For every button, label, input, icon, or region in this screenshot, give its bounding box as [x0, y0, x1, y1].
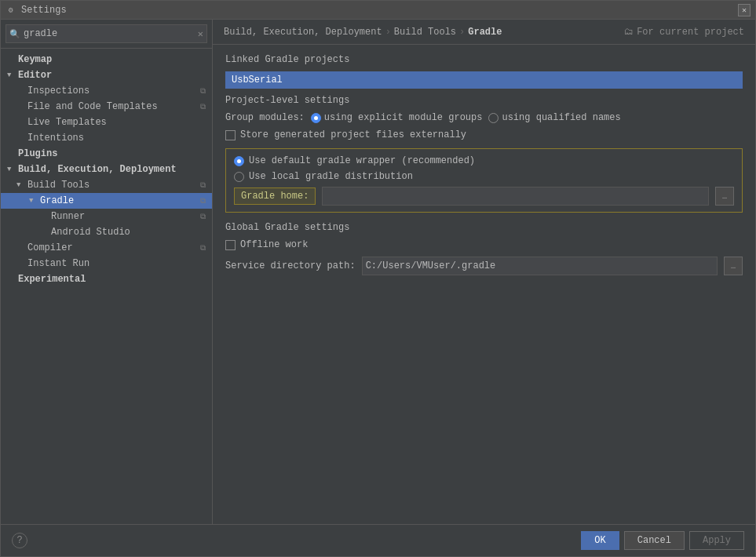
bottom-buttons: OK Cancel Apply — [581, 531, 744, 550]
sidebar-item-file-code-templates[interactable]: File and Code Templates⧉ — [1, 99, 212, 115]
app-icon: ⚙ — [5, 5, 16, 16]
copy-icon: ⧉ — [200, 213, 206, 221]
copy-icon: ⧉ — [200, 87, 206, 96]
content-area: Build, Execution, Deployment › Build Too… — [213, 20, 755, 524]
sidebar-item-intentions[interactable]: Intentions — [1, 130, 212, 146]
sidebar-item-label: Runner — [51, 211, 85, 222]
radio-qualified-label: using qualified names — [502, 112, 620, 123]
sidebar-item-live-templates[interactable]: Live Templates — [1, 115, 212, 130]
window-title: Settings — [21, 5, 738, 16]
search-input[interactable] — [24, 28, 198, 39]
sidebar-item-label: Build, Execution, Deployment — [18, 164, 177, 175]
breadcrumb-part-0: Build, Execution, Deployment — [224, 27, 382, 38]
sidebar-item-build-execution-deployment[interactable]: ▼Build, Execution, Deployment — [1, 162, 212, 177]
sidebar-item-label: Compiler — [27, 242, 73, 253]
gradle-home-row: Gradle home: … — [234, 187, 734, 206]
triangle-icon: ▼ — [7, 71, 15, 79]
sidebar-item-plugins[interactable]: Plugins — [1, 146, 212, 162]
search-bar: 🔍 ✕ — [1, 20, 212, 49]
breadcrumb-part-1: Build Tools — [394, 27, 456, 38]
service-dir-input[interactable] — [362, 257, 718, 275]
project-level-title: Project-level settings — [225, 95, 743, 106]
gradle-home-browse-btn[interactable]: … — [715, 187, 734, 206]
search-icon: 🔍 — [9, 29, 20, 39]
sidebar-item-inspections[interactable]: Inspections⧉ — [1, 83, 212, 99]
global-gradle-title: Global Gradle settings — [225, 222, 743, 233]
copy-icon: ⧉ — [200, 181, 206, 190]
service-directory-row: Service directory path: … — [225, 257, 743, 275]
sidebar-item-compiler[interactable]: Compiler⧉ — [1, 240, 212, 256]
apply-button[interactable]: Apply — [689, 531, 744, 550]
sidebar-item-label: Experimental — [18, 274, 86, 285]
close-button[interactable]: ✕ — [738, 4, 751, 16]
sidebar-item-runner[interactable]: Runner⧉ — [1, 209, 212, 224]
use-default-wrapper-label: Use default gradle wrapper (recommended) — [249, 155, 475, 166]
service-dir-label: Service directory path: — [225, 260, 356, 271]
project-level-settings: Project-level settings Group modules: us… — [225, 95, 743, 140]
use-local-gradle-label: Use local gradle distribution — [249, 171, 413, 182]
use-local-gradle-row: Use local gradle distribution — [234, 171, 734, 182]
radio-qualified-option[interactable]: using qualified names — [488, 112, 620, 123]
sidebar-item-label: Android Studio — [51, 227, 130, 238]
triangle-icon: ▼ — [29, 197, 37, 205]
sidebar-item-android-studio[interactable]: Android Studio — [1, 224, 212, 240]
search-clear-icon[interactable]: ✕ — [198, 28, 203, 40]
main-area: 🔍 ✕ Keymap▼EditorInspections⧉File and Co… — [1, 20, 755, 524]
sidebar-item-label: Live Templates — [27, 117, 107, 128]
copy-icon: ⧉ — [200, 244, 206, 253]
sidebar-item-label: Build Tools — [27, 180, 89, 191]
title-bar: ⚙ Settings ✕ — [1, 1, 755, 20]
sidebar-item-label: Intentions — [27, 133, 84, 144]
radio-explicit-option[interactable]: using explicit module groups — [311, 112, 483, 123]
sidebar-item-label: Editor — [18, 70, 52, 81]
radio-explicit-circle[interactable] — [311, 113, 321, 123]
group-modules-label: Group modules: — [225, 112, 305, 123]
linked-project-item[interactable]: UsbSerial — [225, 71, 743, 89]
gradle-home-label: Gradle home: — [234, 187, 316, 205]
sidebar-item-build-tools[interactable]: ▼Build Tools⧉ — [1, 177, 212, 193]
nav-tree: Keymap▼EditorInspections⧉File and Code T… — [1, 49, 212, 524]
sidebar-item-label: Instant Run — [27, 258, 89, 269]
copy-icon: ⧉ — [200, 197, 206, 206]
radio-local-gradle-circle[interactable] — [234, 172, 244, 182]
settings-window: ⚙ Settings ✕ 🔍 ✕ Keymap▼EditorInspection… — [0, 0, 756, 557]
sidebar-item-label: Plugins — [18, 148, 57, 159]
gradle-home-input[interactable] — [322, 187, 709, 206]
triangle-icon: ▼ — [16, 181, 24, 189]
service-dir-browse-btn[interactable]: … — [724, 257, 743, 275]
sidebar-item-instant-run[interactable]: Instant Run — [1, 256, 212, 271]
group-modules-row: Group modules: using explicit module gro… — [225, 112, 743, 123]
store-project-files-label: Store generated project files externally — [240, 129, 466, 140]
breadcrumb-sep-2: › — [459, 27, 465, 38]
radio-explicit-label: using explicit module groups — [324, 112, 483, 123]
radio-qualified-circle[interactable] — [488, 113, 499, 123]
offline-work-checkbox[interactable] — [225, 240, 236, 250]
project-icon: 🗂 — [624, 26, 634, 38]
sidebar-item-keymap[interactable]: Keymap — [1, 52, 212, 67]
use-default-wrapper-row: Use default gradle wrapper (recommended) — [234, 155, 734, 166]
help-button[interactable]: ? — [12, 533, 27, 548]
sidebar-item-label: File and Code Templates — [27, 101, 158, 112]
gradle-wrapper-box: Use default gradle wrapper (recommended)… — [225, 148, 743, 213]
sidebar-item-editor[interactable]: ▼Editor — [1, 67, 212, 83]
sidebar-item-experimental[interactable]: Experimental — [1, 271, 212, 287]
sidebar-item-label: Inspections — [27, 86, 89, 96]
ok-button[interactable]: OK — [581, 531, 619, 550]
offline-work-row: Offline work — [225, 239, 743, 250]
breadcrumb-part-2: Gradle — [468, 27, 502, 38]
store-project-files-checkbox[interactable] — [225, 130, 236, 140]
breadcrumb-project: 🗂 For current project — [624, 26, 744, 38]
sidebar-item-gradle[interactable]: ▼Gradle⧉ — [1, 193, 212, 209]
sidebar: 🔍 ✕ Keymap▼EditorInspections⧉File and Co… — [1, 20, 213, 524]
search-wrapper: 🔍 ✕ — [5, 24, 207, 43]
offline-work-label: Offline work — [240, 239, 308, 250]
store-project-files-row: Store generated project files externally — [225, 129, 743, 140]
bottom-bar: ? OK Cancel Apply — [1, 524, 755, 556]
cancel-button[interactable]: Cancel — [624, 531, 685, 550]
sidebar-item-label: Gradle — [40, 195, 74, 206]
sidebar-item-label: Keymap — [18, 54, 52, 65]
global-gradle-settings: Global Gradle settings Offline work Serv… — [225, 222, 743, 275]
radio-default-wrapper-circle[interactable] — [234, 156, 244, 166]
breadcrumb: Build, Execution, Deployment › Build Too… — [213, 20, 755, 45]
content-body: Linked Gradle projects UsbSerial Project… — [213, 45, 755, 524]
